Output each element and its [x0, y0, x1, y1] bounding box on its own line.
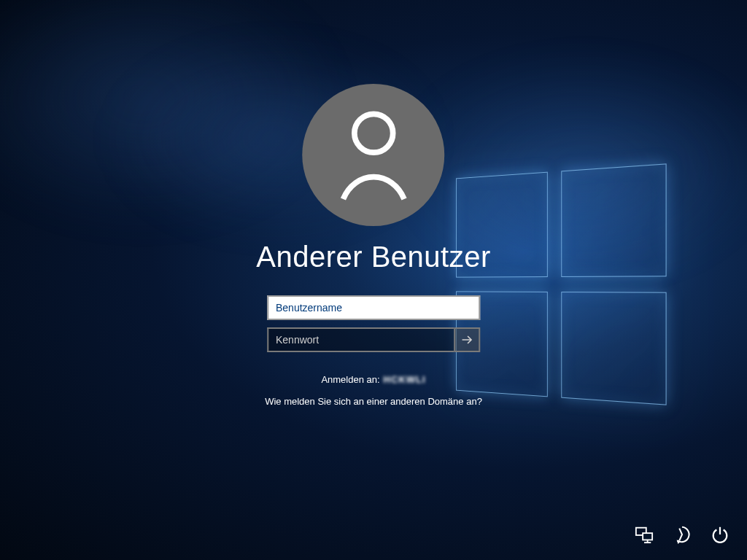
signin-domain-value: HCKWLI: [384, 374, 426, 385]
password-input[interactable]: [267, 327, 454, 352]
page-title: Anderer Benutzer: [256, 241, 491, 273]
domain-help-link[interactable]: Wie melden Sie sich an einer anderen Dom…: [265, 395, 482, 409]
arrow-right-icon: [460, 332, 474, 347]
login-form: Anderer Benutzer Anmelden an: HCKWLI Wie…: [256, 84, 491, 409]
user-icon: [333, 108, 414, 203]
ease-of-access-icon: [673, 525, 692, 544]
submit-button[interactable]: [454, 327, 480, 352]
svg-rect-2: [643, 533, 652, 540]
power-icon: [711, 525, 729, 544]
network-icon: [635, 525, 654, 544]
system-tray: [633, 524, 731, 545]
ease-of-access-button[interactable]: [671, 524, 693, 545]
signin-domain-label: Anmelden an: HCKWLI: [321, 374, 425, 385]
power-button[interactable]: [709, 524, 731, 545]
signin-label: Anmelden an:: [321, 374, 379, 385]
svg-point-0: [355, 114, 393, 152]
avatar: [302, 84, 444, 226]
username-input[interactable]: [267, 295, 480, 320]
network-button[interactable]: [633, 524, 655, 545]
